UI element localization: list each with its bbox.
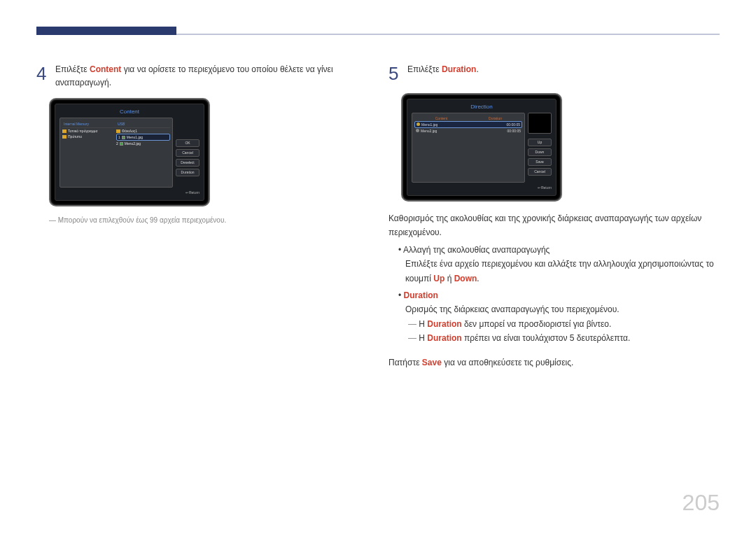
bullet-duration: Duration	[398, 288, 720, 302]
bullet-sequence: Αλλαγή της ακολουθίας αναπαραγωγής	[398, 243, 720, 257]
folder-icon	[116, 129, 120, 133]
radio-icon	[416, 129, 419, 132]
dash-note-2: Η Duration πρέπει να είναι τουλάχιστον 5…	[408, 331, 720, 345]
dialog-title: Content	[59, 107, 200, 118]
left-column: 4 Επιλέξτε Content για να ορίσετε το περ…	[36, 63, 368, 370]
direction-dialog-screenshot: Direction Content Duration Menu1.jpg 00:…	[401, 93, 562, 202]
bullet-duration-sub: Ορισμός της διάρκειας αναπαραγωγής του π…	[405, 302, 720, 316]
return-footer: ↩ Return	[412, 183, 552, 190]
dialog-buttons: Up Down Save Cancel	[528, 113, 552, 183]
step-4-text: Επιλέξτε Content για να ορίσετε το περιε…	[55, 63, 349, 90]
col-content: Content	[414, 115, 468, 121]
list-item: 2Menu2.jpg	[116, 141, 170, 146]
header-rule	[36, 34, 720, 35]
check-icon	[120, 142, 123, 146]
step-4-block: 4 Επιλέξτε Content για να ορίσετε το περ…	[36, 63, 368, 90]
up-keyword: Up	[433, 274, 444, 283]
up-button: Up	[528, 139, 552, 146]
duration-keyword: Duration	[442, 64, 476, 74]
folder-icon	[62, 129, 66, 133]
down-keyword: Down	[454, 274, 477, 283]
content-keyword: Content	[90, 64, 121, 74]
dialog-inner: Direction Content Duration Menu1.jpg 00:…	[407, 99, 556, 196]
ok-button: OK	[176, 139, 200, 147]
list-item: Πρότυπο	[62, 134, 116, 139]
step-5-text: Επιλέξτε Duration.	[407, 63, 479, 76]
tab-usb: USB	[116, 120, 170, 128]
list-item-selected: Menu1.jpg 00:00:05	[414, 121, 522, 128]
dialog-title: Direction	[412, 102, 552, 113]
dash-note-1: Η Duration δεν μπορεί να προσδιοριστεί γ…	[408, 317, 720, 331]
cancel-button: Cancel	[176, 149, 200, 157]
step-number-4: 4	[36, 63, 46, 85]
tab-internal-memory: Internal Memory	[62, 120, 116, 128]
down-button: Down	[528, 148, 552, 156]
dialog-inner: Content Internal Memory USB Τοπικό πρόγρ…	[55, 104, 204, 201]
right-column: 5 Επιλέξτε Duration. Direction Content D…	[388, 63, 720, 370]
file-browser: Internal Memory USB Τοπικό πρόγραμμα Πρό…	[59, 118, 173, 188]
step-number-5: 5	[388, 63, 398, 85]
col-duration: Duration	[468, 115, 522, 121]
return-footer: ↩ Return	[59, 188, 200, 195]
duration-list: Content Duration Menu1.jpg 00:00:05 Menu…	[412, 113, 525, 183]
footnote: Μπορούν να επιλεχθούν έως 99 αρχεία περι…	[49, 216, 368, 224]
cancel-button: Cancel	[528, 168, 552, 176]
list-item: Menu2.jpg 00:00:05	[414, 128, 522, 134]
deselect-button: Deselect	[176, 159, 200, 167]
duration-button: Duration	[176, 169, 200, 176]
bullet-sequence-sub: Επιλέξτε ένα αρχείο περιεχομένου και αλλ…	[405, 257, 720, 286]
save-keyword: Save	[422, 358, 442, 367]
check-icon	[122, 136, 125, 139]
list-item: Τοπικό πρόγραμμα	[62, 128, 116, 134]
folder-icon	[62, 135, 66, 139]
step-5-block: 5 Επιλέξτε Duration.	[388, 63, 720, 85]
page-content: 4 Επιλέξτε Content για να ορίσετε το περ…	[36, 63, 720, 370]
dialog-buttons: OK Cancel Deselect Duration	[176, 118, 200, 188]
list-item-selected: 1Menu1.jpg	[116, 134, 170, 141]
content-dialog-screenshot: Content Internal Memory USB Τοπικό πρόγρ…	[49, 98, 210, 206]
final-line: Πατήστε Save για να αποθηκεύσετε τις ρυθ…	[388, 356, 720, 370]
description-text: Καθορισμός της ακολουθίας και της χρονικ…	[388, 211, 720, 240]
preview-box	[528, 113, 552, 134]
list-item: Φάκελος1	[116, 128, 170, 134]
radio-selected-icon	[416, 122, 420, 126]
page-number: 205	[682, 490, 720, 516]
save-button: Save	[528, 158, 552, 166]
